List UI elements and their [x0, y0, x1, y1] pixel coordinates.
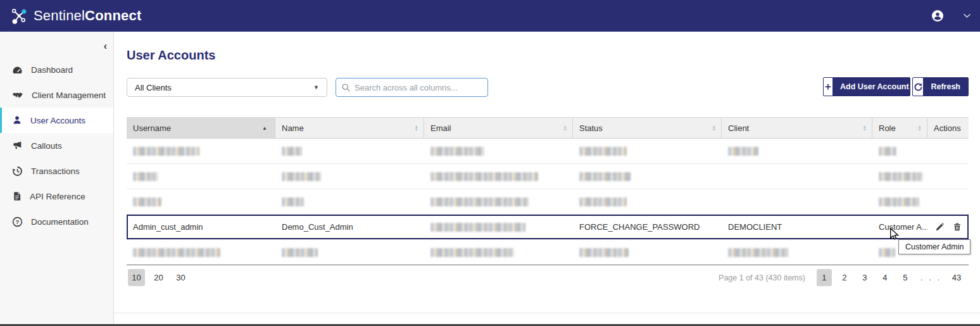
grid-header: Username▲Name▲▼Email▲▼Status▲▼Client▲▼Ro…: [127, 117, 969, 139]
page-size-selector: 102030: [128, 269, 189, 286]
sort-icon: ▲▼: [415, 125, 418, 132]
add-user-account-button[interactable]: Add User Account: [823, 77, 910, 96]
user-circle-icon[interactable]: [931, 9, 944, 22]
page-button-2[interactable]: 2: [837, 269, 852, 286]
select-chevron-icon: ▼: [313, 84, 319, 91]
chevron-down-icon[interactable]: [963, 13, 971, 18]
page-size-30[interactable]: 30: [172, 269, 189, 286]
pager: Page 1 of 43 (430 items) 12345. . .43: [719, 269, 964, 286]
cell-client: [722, 240, 872, 265]
redacted-cell: [728, 147, 758, 156]
cell-name: [275, 189, 424, 214]
column-header-client[interactable]: Client▲▼: [722, 118, 872, 138]
page-button-3[interactable]: 3: [857, 269, 872, 286]
cell-role: [872, 189, 927, 214]
cell-actions: [927, 189, 969, 214]
cell-status: [573, 164, 722, 189]
sidebar-item-transactions[interactable]: Transactions: [0, 158, 113, 184]
column-label: Client: [728, 123, 749, 133]
sidebar-item-documentation[interactable]: ?Documentation: [0, 209, 113, 234]
column-header-role[interactable]: Role▲▼: [872, 118, 927, 138]
redacted-cell: [430, 197, 529, 206]
edit-button[interactable]: [935, 222, 945, 232]
sidebar: ‹ DashboardClient ManagementUser Account…: [0, 32, 114, 324]
redacted-cell: [879, 248, 895, 257]
page-size-20[interactable]: 20: [150, 269, 167, 286]
page-size-10[interactable]: 10: [128, 269, 145, 286]
redacted-cell: [282, 197, 304, 206]
redacted-cell: [579, 147, 627, 156]
handshake-icon: [12, 90, 23, 101]
sidebar-item-user-accounts[interactable]: User Accounts: [0, 108, 113, 133]
sidebar-item-client-management[interactable]: Client Management: [0, 82, 113, 108]
sidebar-nav: DashboardClient ManagementUser AccountsC…: [0, 57, 113, 234]
sidebar-item-label: User Accounts: [30, 116, 85, 125]
table-row-selected[interactable]: Admin_cust_adminDemo_Cust_AdminFORCE_CHA…: [127, 215, 969, 240]
cell-text: Admin_cust_admin: [133, 222, 203, 232]
pager-pages: 12345. . .43: [817, 269, 964, 286]
cell-status: [573, 139, 722, 163]
cell-name: Demo_Cust_Admin: [275, 215, 424, 239]
column-label: Username: [133, 123, 171, 133]
page-button-5[interactable]: 5: [898, 269, 913, 286]
delete-button[interactable]: [953, 222, 962, 232]
table-row[interactable]: [127, 139, 969, 164]
column-header-username[interactable]: Username▲: [127, 118, 275, 138]
sentinel-logo-icon: [10, 7, 28, 25]
column-label: Email: [430, 123, 451, 133]
client-filter-value: All Clients: [135, 83, 172, 92]
cell-name: [275, 139, 424, 163]
cell-username: [127, 139, 275, 163]
sidebar-item-callouts[interactable]: Callouts: [0, 133, 113, 158]
redacted-cell: [879, 147, 896, 156]
svg-text:?: ?: [16, 218, 20, 225]
sidebar-item-label: Callouts: [31, 141, 62, 151]
sidebar-collapse-button[interactable]: ‹: [104, 42, 107, 51]
redacted-cell: [879, 197, 919, 206]
refresh-button[interactable]: Refresh: [912, 77, 969, 96]
cell-actions: [927, 164, 969, 189]
page-title: User Accounts: [127, 48, 215, 63]
table-row[interactable]: [127, 240, 969, 265]
sidebar-item-api-reference[interactable]: API Reference: [0, 184, 113, 209]
table-row[interactable]: [127, 189, 969, 215]
cell-username: [127, 164, 275, 189]
page-button-4[interactable]: 4: [877, 269, 893, 286]
content-bottom-divider: [114, 313, 980, 313]
redacted-cell: [133, 172, 158, 181]
sort-asc-icon: ▲: [262, 125, 267, 131]
redacted-cell: [728, 248, 788, 257]
refresh-label: Refresh: [923, 78, 968, 96]
cell-client: [722, 139, 872, 163]
page-button-43[interactable]: 43: [949, 269, 964, 286]
cell-email: [424, 139, 573, 163]
page-button-1[interactable]: 1: [817, 269, 832, 286]
table-row[interactable]: [127, 164, 969, 189]
sidebar-item-label: Client Management: [32, 91, 106, 100]
sidebar-item-label: Documentation: [31, 217, 89, 227]
edit-pencil-icon: [935, 222, 945, 232]
redacted-cell: [579, 172, 631, 181]
redacted-cell: [133, 147, 199, 156]
cell-username: [127, 240, 275, 265]
column-header-status[interactable]: Status▲▼: [573, 118, 722, 138]
app-window: SentinelConnect ‹ DashboardClient Manage…: [0, 0, 980, 326]
redacted-cell: [579, 197, 627, 206]
search-input[interactable]: [355, 83, 482, 92]
client-filter-select[interactable]: All Clients ▼: [127, 78, 327, 97]
plus-icon: [824, 78, 832, 96]
cell-status: [573, 240, 722, 265]
redacted-cell: [579, 248, 629, 257]
redacted-cell: [282, 248, 318, 257]
cell-client: [722, 164, 872, 189]
pager-info: Page 1 of 43 (430 items): [719, 273, 805, 282]
cell-client: DEMOCLIENT: [722, 215, 872, 239]
column-header-email[interactable]: Email▲▼: [424, 118, 573, 138]
sort-icon: ▲▼: [563, 125, 567, 132]
cell-text: DEMOCLIENT: [728, 222, 782, 232]
redacted-cell: [879, 172, 923, 181]
cell-role: [872, 164, 927, 189]
column-header-name[interactable]: Name▲▼: [275, 118, 424, 138]
brand-text-bold: Connect: [85, 8, 141, 23]
sidebar-item-dashboard[interactable]: Dashboard: [0, 57, 113, 82]
